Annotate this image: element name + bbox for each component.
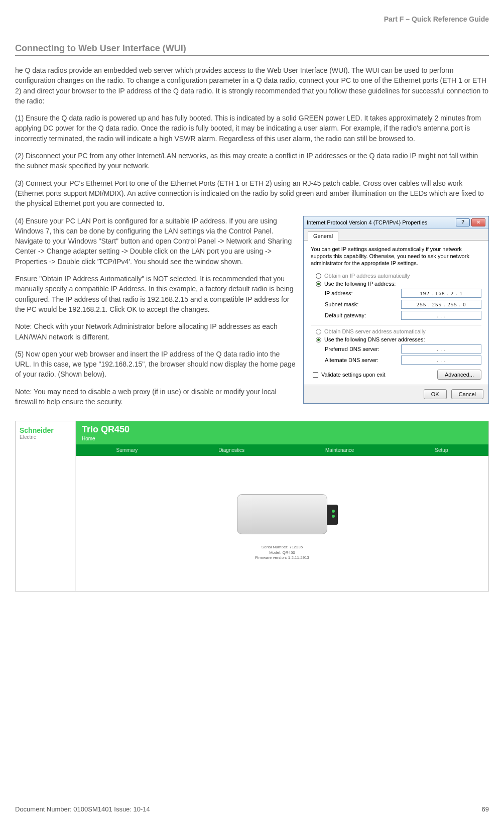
pref-dns-label: Preferred DNS server: (325, 346, 401, 352)
brand-sub: Electric (20, 434, 71, 440)
info-serial: Serial Number: 712335 (255, 545, 309, 550)
nav-tab[interactable]: Setup (435, 447, 448, 453)
subnet-label: Subnet mask: (325, 301, 401, 307)
info-model: Model: QR450 (255, 550, 309, 555)
step-2: (2) Disconnect your PC from any other In… (15, 151, 489, 171)
nav-tab[interactable]: Diagnostics (218, 447, 244, 453)
tab-general[interactable]: General (308, 231, 338, 241)
validate-checkbox[interactable] (313, 372, 318, 378)
step-4a: (4) Ensure your PC LAN Port is configure… (15, 216, 296, 267)
step-3: (3) Connect your PC's Ethernet Port to o… (15, 178, 489, 209)
brand-name: Schneider (20, 426, 71, 434)
step-1: (1) Ensure the Q data radio is powered u… (15, 113, 489, 144)
model-title: Trio QR450 (82, 424, 130, 434)
ok-button[interactable]: OK (424, 389, 447, 399)
cancel-button[interactable]: Cancel (451, 389, 483, 399)
alt-dns-label: Alternate DNS server: (325, 357, 401, 363)
radio-auto-ip[interactable] (316, 273, 321, 279)
section-title: Connecting to Web User Interface (WUI) (15, 43, 489, 56)
wui-sidebar (16, 456, 76, 591)
dialog-title: Internet Protocol Version 4 (TCP/IPv4) P… (307, 219, 427, 225)
doc-number: Document Number: 0100SM1401 Issue: 10-14 (15, 805, 150, 813)
tcpip-dialog: Internet Protocol Version 4 (TCP/IPv4) P… (303, 216, 489, 404)
part-header: Part F – Quick Reference Guide (15, 15, 489, 23)
step-5: (5) Now open your web browser and insert… (15, 349, 296, 380)
radio-auto-dns[interactable] (316, 329, 321, 334)
ip-address-label: IP address: (325, 290, 401, 296)
note-2: Note: You may need to disable a web prox… (15, 387, 296, 407)
radio-use-ip-label: Use the following IP address: (324, 281, 396, 287)
pref-dns-input[interactable]: . . . (401, 344, 481, 354)
radio-use-dns[interactable] (316, 337, 321, 342)
nav-tab[interactable]: Maintenance (325, 447, 354, 453)
radio-use-dns-label: Use the following DNS server addresses: (324, 336, 425, 342)
gateway-label: Default gateway: (325, 312, 401, 318)
advanced-button[interactable]: Advanced... (437, 370, 481, 380)
info-firmware: Firmware version: 1.2.11.2913 (255, 555, 309, 560)
help-icon[interactable]: ? (456, 218, 470, 226)
intro-paragraph: he Q data radios provide an embedded web… (15, 65, 489, 106)
nav-tab[interactable]: Summary (116, 447, 138, 453)
step-4b: Ensure "Obtain IP Address Automatically"… (15, 274, 296, 314)
alt-dns-input[interactable]: . . . (401, 356, 481, 365)
validate-label: Validate settings upon exit (321, 372, 386, 378)
note-1: Note: Check with your Network Administra… (15, 321, 296, 342)
home-label: Home (82, 436, 482, 441)
page-number: 69 (482, 805, 489, 813)
dialog-description: You can get IP settings assigned automat… (311, 246, 481, 267)
device-image (227, 487, 337, 542)
nav-side (16, 444, 76, 456)
gateway-input[interactable]: . . . (401, 311, 481, 320)
radio-use-ip[interactable] (316, 281, 321, 287)
radio-auto-ip-label: Obtain an IP address automatically (324, 273, 410, 279)
subnet-input[interactable]: 255 . 255 . 255 . 0 (401, 300, 481, 309)
close-icon[interactable]: ✕ (471, 218, 485, 226)
brand-logo: Schneider Electric (16, 421, 76, 444)
wui-screenshot: Schneider Electric Trio QR450 Home Summa… (15, 421, 489, 592)
ip-address-input[interactable]: 192 . 168 . 2 . 1 (401, 289, 481, 298)
radio-auto-dns-label: Obtain DNS server address automatically (324, 328, 426, 334)
model-bar: Trio QR450 Home (76, 421, 488, 444)
